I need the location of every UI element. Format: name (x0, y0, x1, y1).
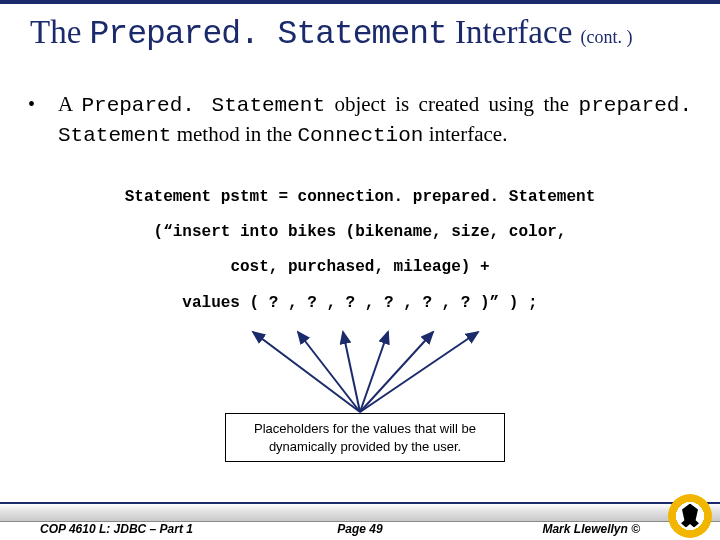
mono: Prepared. Statement (81, 94, 325, 117)
code-line-1: Statement pstmt = connection. prepared. … (28, 180, 692, 215)
svg-line-2 (343, 332, 360, 412)
title-mono: Prepared. Statement (90, 16, 447, 53)
footer-bar (0, 502, 720, 522)
top-rule (0, 0, 720, 4)
svg-line-5 (360, 332, 478, 412)
footer-right: Mark Llewellyn © (542, 522, 640, 536)
code-line-4: values ( ? , ? , ? , ? , ? , ? )” ) ; (28, 286, 692, 321)
svg-line-4 (360, 332, 433, 412)
callout-text: Placeholders for the values that will be… (254, 421, 476, 454)
ucf-logo-icon (668, 494, 712, 538)
slide-title: The Prepared. Statement Interface (cont.… (30, 14, 710, 53)
code-block: Statement pstmt = connection. prepared. … (28, 180, 692, 321)
txt: object is created using the (325, 92, 579, 116)
title-post: Interface (447, 14, 581, 50)
txt: interface. (423, 122, 507, 146)
txt: A (58, 92, 81, 116)
code-line-3: cost, purchased, mileage) + (28, 250, 692, 285)
content-area: • A Prepared. Statement object is create… (28, 90, 692, 321)
footer: COP 4610 L: JDBC – Part 1 Page 49 Mark L… (0, 494, 720, 540)
svg-line-0 (253, 332, 360, 412)
txt: method in the (171, 122, 297, 146)
svg-line-1 (298, 332, 360, 412)
code-line-2: (“insert into bikes (bikename, size, col… (28, 215, 692, 250)
bullet-text: A Prepared. Statement object is created … (58, 90, 692, 150)
bullet-mark: • (28, 90, 58, 150)
title-cont: (cont. ) (581, 27, 633, 47)
callout-box: Placeholders for the values that will be… (225, 413, 505, 462)
svg-line-3 (360, 332, 388, 412)
mono: Connection (297, 124, 423, 147)
title-pre: The (30, 14, 90, 50)
bullet-item: • A Prepared. Statement object is create… (28, 90, 692, 150)
